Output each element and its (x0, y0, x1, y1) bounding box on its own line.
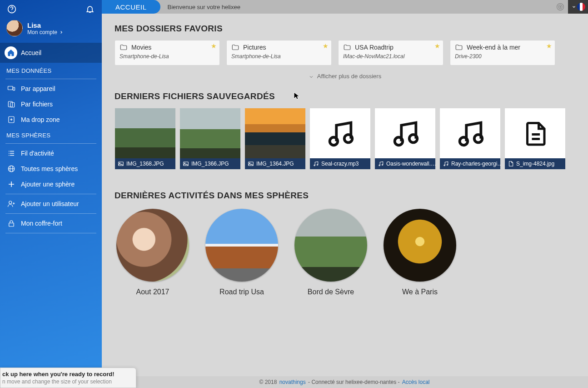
globe-icon (6, 165, 16, 173)
music-icon (313, 161, 319, 167)
file-card[interactable]: S_img-4824.jpg (504, 108, 566, 170)
folder-device: Smartphone-de-Lisa (120, 53, 215, 60)
sphere-name: Bord de Sèvre (294, 288, 367, 296)
sidebar-item-dropzone[interactable]: Ma drop zone (0, 112, 102, 127)
svg-point-28 (459, 137, 467, 146)
file-card[interactable]: Ray-charles-georgi… (439, 108, 501, 170)
show-more-folders[interactable]: Afficher plus de dossiers (115, 66, 575, 91)
favorite-folder[interactable]: ★ Pictures Smartphone-de-Lisa (226, 40, 332, 66)
sidebar-item-by-files[interactable]: Par fichiers (0, 96, 102, 112)
footer-connected: Connecté sur helixee-demo-nantes (311, 379, 396, 385)
music-icon (443, 161, 449, 167)
sphere-thumbnail (384, 209, 456, 282)
folder-device: Smartphone-de-Lisa (231, 53, 327, 60)
target-icon[interactable] (554, 1, 566, 13)
image-thumbnail (115, 108, 175, 158)
file-name: S_img-4824.jpg (516, 161, 554, 167)
file-card[interactable]: Seal-crazy.mp3 (309, 108, 371, 170)
sidebar-item-add-user[interactable]: Ajouter un utilisateur (0, 196, 102, 212)
sidebar-item-by-device[interactable]: Par appareil (0, 81, 102, 96)
help-icon[interactable] (6, 4, 17, 15)
section-title-spheres: DERNIÈRES ACTIVITÉS DANS MES SPHÈRES (115, 191, 575, 201)
footer-sep: - (307, 379, 312, 385)
folder-icon (120, 43, 128, 51)
footer-access-link[interactable]: Accès local (402, 379, 430, 385)
sphere-card[interactable]: Aout 2017 (116, 209, 189, 296)
sidebar-item-add-sphere[interactable]: Ajouter une sphère (0, 176, 102, 192)
sidebar-item-label: Fil d'activité (21, 150, 54, 157)
sidebar-item-home[interactable]: Accueil (0, 43, 102, 63)
folder-device: IMac-de-NoviMac21.local (343, 53, 439, 60)
devices-icon (6, 85, 16, 93)
recorder-overlay: ck up here when you're ready to record! … (0, 368, 136, 388)
svg-point-9 (9, 201, 12, 204)
section-title-favorites: MES DOSSIERS FAVORIS (115, 24, 575, 34)
account-label: Mon compte (27, 29, 57, 35)
file-card[interactable]: Oasis-wonderwall.… (374, 108, 436, 170)
favorite-folder[interactable]: ★ USA Roadtrip IMac-de-NoviMac21.local (338, 40, 443, 66)
image-thumbnail (180, 108, 240, 158)
sidebar-item-label: Par appareil (21, 85, 55, 92)
list-icon (6, 149, 16, 157)
svg-point-26 (379, 165, 380, 166)
file-name: Seal-crazy.mp3 (321, 161, 359, 167)
folder-device: Drive-2300 (455, 53, 550, 60)
file-card[interactable]: IMG_1368.JPG (115, 108, 176, 170)
sidebar-item-vault[interactable]: Mon coffre-fort (0, 216, 102, 231)
music-thumbnail (375, 108, 435, 158)
sphere-thumbnail (205, 209, 278, 282)
user-name: Lisa (27, 21, 64, 29)
svg-rect-3 (13, 87, 15, 91)
tab-home[interactable]: ACCUEIL (102, 0, 160, 14)
sphere-name: We à Paris (384, 288, 456, 296)
language-selector[interactable] (568, 0, 588, 14)
folder-name: Week-end à la mer (467, 44, 520, 51)
sidebar-item-label: Ma drop zone (21, 116, 60, 123)
sphere-thumbnail (294, 209, 367, 282)
favorite-folder[interactable]: ★ Movies Smartphone-de-Lisa (115, 40, 220, 66)
sidebar-item-label: Par fichiers (21, 101, 53, 108)
footer-brand-link[interactable]: novathings (279, 379, 306, 385)
star-icon: ★ (323, 42, 329, 50)
sphere-card[interactable]: We à Paris (384, 209, 456, 296)
notifications-icon[interactable] (85, 4, 95, 15)
folder-name: USA Roadtrip (355, 44, 394, 51)
footer-copyright: © 2018 (259, 379, 277, 385)
footer: © 2018 novathings - Connecté sur helixee… (102, 376, 588, 388)
doc-thumbnail (505, 108, 565, 158)
sphere-card[interactable]: Road trip Usa (205, 209, 278, 296)
image-thumbnail (245, 108, 305, 158)
image-icon (118, 161, 124, 167)
file-card[interactable]: IMG_1366.JPG (179, 108, 241, 170)
sidebar-item-label: Accueil (21, 49, 41, 56)
sidebar-item-feed[interactable]: Fil d'activité (0, 146, 102, 161)
music-thumbnail (440, 108, 500, 158)
star-icon: ★ (546, 42, 552, 50)
welcome-text: Bienvenue sur votre helixee (168, 4, 554, 10)
folder-icon (455, 43, 463, 51)
svg-point-27 (382, 164, 383, 165)
file-name: IMG_1364.JPG (256, 161, 294, 167)
svg-point-21 (344, 135, 352, 143)
svg-point-30 (444, 165, 445, 166)
sidebar-item-label: Mon coffre-fort (21, 220, 62, 227)
sidebar-item-all-spheres[interactable]: Toutes mes sphères (0, 161, 102, 176)
account-link[interactable]: Lisa Mon compte (0, 17, 102, 43)
svg-point-1 (11, 11, 12, 11)
file-card[interactable]: IMG_1364.JPG (244, 108, 306, 170)
doc-icon (508, 161, 514, 167)
svg-rect-2 (8, 86, 13, 90)
music-icon (378, 161, 384, 167)
overlay-line2: n move and change the size of your selec… (2, 378, 132, 385)
image-icon (183, 161, 189, 167)
svg-point-23 (317, 164, 318, 165)
sphere-card[interactable]: Bord de Sèvre (294, 209, 367, 296)
sphere-thumbnail (116, 209, 189, 282)
file-name: IMG_1366.JPG (191, 161, 229, 167)
music-thumbnail (310, 108, 370, 158)
favorite-folder[interactable]: ★ Week-end à la mer Drive-2300 (450, 40, 555, 66)
star-icon: ★ (211, 42, 217, 50)
sidebar: Lisa Mon compte Accueil MES DONNÉES Par … (0, 0, 102, 388)
sidebar-item-label: Ajouter un utilisateur (21, 200, 79, 207)
star-icon: ★ (434, 42, 440, 50)
